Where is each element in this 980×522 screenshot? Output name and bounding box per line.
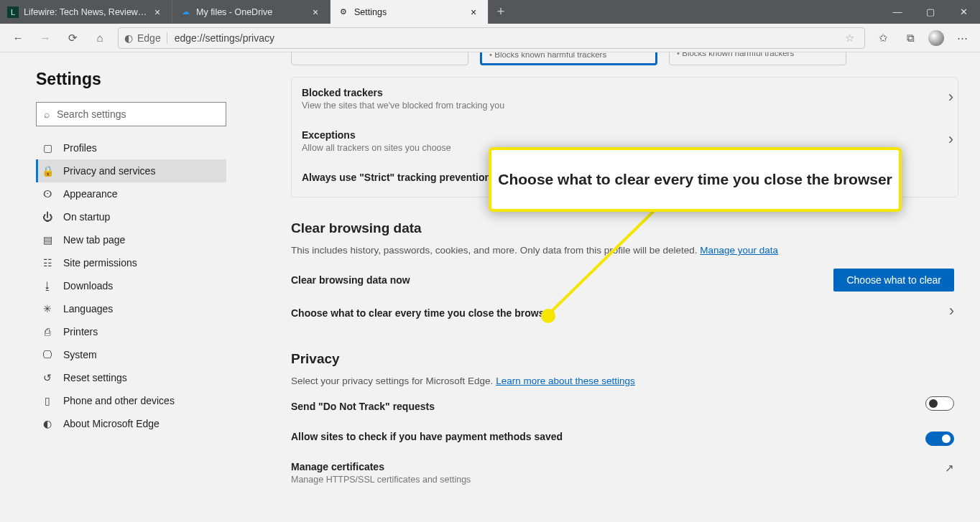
power-icon: ⏻ [42, 211, 53, 223]
window-maximize[interactable]: ▢ [914, 0, 947, 24]
sidebar-item-about[interactable]: ◐About Microsoft Edge [36, 412, 226, 435]
profile-icon: ▢ [42, 142, 53, 154]
collections-icon[interactable]: ⧉ [901, 29, 920, 47]
gear-icon: ⚙ [338, 6, 349, 18]
chevron-right-icon [949, 302, 954, 320]
tracking-card-balanced[interactable]: Blocks known harmful trackers [480, 52, 657, 65]
tab-bar: L Lifewire: Tech News, Reviews, He × ☁ M… [0, 0, 980, 24]
row-payment-check: Allow sites to check if you have payment… [291, 421, 958, 452]
download-icon: ⭳ [42, 280, 53, 292]
chevron-right-icon [948, 88, 953, 106]
lifewire-icon: L [7, 6, 19, 18]
tab-title: My files - OneDrive [196, 7, 308, 17]
reset-icon: ↺ [42, 372, 53, 383]
edge-badge: ◐Edge [124, 32, 167, 44]
search-input[interactable]: ⌕ Search settings [36, 102, 226, 126]
window-minimize[interactable]: ― [881, 0, 914, 24]
lock-icon: 🔒 [42, 165, 53, 177]
sidebar-item-phone[interactable]: ▯Phone and other devices [36, 389, 226, 412]
sidebar-item-profiles[interactable]: ▢Profiles [36, 136, 226, 159]
url-text: edge://settings/privacy [175, 32, 274, 44]
search-icon: ⌕ [44, 108, 50, 120]
refresh-button[interactable]: ⟳ [63, 29, 82, 47]
home-button[interactable]: ⌂ [91, 29, 109, 47]
sidebar-item-downloads[interactable]: ⭳Downloads [36, 274, 226, 297]
avatar[interactable] [928, 30, 944, 46]
section-heading-privacy: Privacy [291, 351, 958, 367]
address-bar[interactable]: ◐Edge edge://settings/privacy ☆ [118, 27, 865, 49]
tracking-card-basic[interactable] [291, 52, 468, 65]
row-certificates[interactable]: Manage certificates Manage HTTPS/SSL cer… [291, 452, 958, 494]
onedrive-icon: ☁ [180, 6, 191, 18]
tracking-card-strict[interactable]: Blocks known harmful trackers [669, 52, 846, 65]
dnt-toggle[interactable] [925, 396, 954, 411]
tab-onedrive[interactable]: ☁ My files - OneDrive × [172, 0, 330, 24]
learn-more-link[interactable]: Learn more about these settings [496, 376, 635, 386]
language-icon: ✳ [42, 303, 53, 314]
section-desc: This includes history, passwords, cookie… [291, 245, 958, 256]
page-title: Settings [36, 70, 266, 89]
row-clear-on-close[interactable]: Choose what to clear every time you clos… [291, 292, 958, 328]
close-icon[interactable]: × [154, 6, 165, 18]
close-icon[interactable]: × [471, 6, 481, 18]
search-placeholder: Search settings [57, 108, 126, 120]
tab-lifewire[interactable]: L Lifewire: Tech News, Reviews, He × [0, 0, 172, 24]
annotation-dot [541, 309, 555, 323]
sidebar-item-newtab[interactable]: ▤New tab page [36, 228, 226, 251]
sidebar-item-startup[interactable]: ⏻On startup [36, 205, 226, 228]
appearance-icon: ⵙ [42, 188, 53, 200]
payment-toggle[interactable] [925, 432, 954, 446]
sidebar-item-printers[interactable]: ⎙Printers [36, 320, 226, 343]
phone-icon: ▯ [42, 395, 53, 406]
system-icon: 🖵 [42, 349, 53, 360]
sidebar-item-appearance[interactable]: ⵙAppearance [36, 182, 226, 205]
permissions-icon: ☷ [42, 257, 53, 269]
tab-title: Settings [354, 7, 466, 17]
sidebar: Settings ⌕ Search settings ▢Profiles 🔒Pr… [0, 52, 266, 522]
printer-icon: ⎙ [42, 326, 53, 337]
close-icon[interactable]: × [313, 6, 323, 18]
row-dnt: Send "Do Not Track" requests [291, 386, 958, 421]
section-heading-clear: Clear browsing data [291, 220, 958, 236]
star-outline-icon[interactable]: ☆ [840, 29, 859, 47]
external-link-icon: ↗ [945, 462, 954, 474]
edge-icon: ◐ [42, 418, 53, 429]
tab-title: Lifewire: Tech News, Reviews, He [24, 7, 149, 17]
favorites-icon[interactable]: ✩ [874, 29, 892, 47]
row-blocked-trackers[interactable]: Blocked trackers View the sites that we'… [292, 78, 958, 120]
sidebar-item-system[interactable]: 🖵System [36, 343, 226, 366]
choose-what-to-clear-button[interactable]: Choose what to clear [833, 269, 954, 292]
tab-settings[interactable]: ⚙ Settings × [330, 0, 489, 24]
row-clear-now: Clear browsing data now Choose what to c… [291, 256, 958, 292]
main: Blocks known harmful trackers Blocks kno… [266, 52, 980, 522]
forward-button[interactable]: → [36, 29, 55, 47]
annotation-callout: Choose what to clear every time you clos… [489, 147, 902, 212]
manage-data-link[interactable]: Manage your data [700, 245, 778, 256]
back-button[interactable]: ← [9, 29, 27, 47]
window-close[interactable]: ✕ [947, 0, 980, 24]
sidebar-item-reset[interactable]: ↺Reset settings [36, 366, 226, 389]
sidebar-item-languages[interactable]: ✳Languages [36, 297, 226, 320]
chevron-right-icon [948, 130, 953, 149]
section-desc: Select your privacy settings for Microso… [291, 376, 958, 386]
new-tab-button[interactable]: + [489, 0, 513, 24]
menu-icon[interactable]: ⋯ [953, 29, 971, 47]
sidebar-item-permissions[interactable]: ☷Site permissions [36, 251, 226, 274]
newtab-icon: ▤ [42, 234, 53, 246]
sidebar-item-privacy[interactable]: 🔒Privacy and services [36, 159, 226, 182]
toolbar: ← → ⟳ ⌂ ◐Edge edge://settings/privacy ☆ … [0, 24, 980, 52]
